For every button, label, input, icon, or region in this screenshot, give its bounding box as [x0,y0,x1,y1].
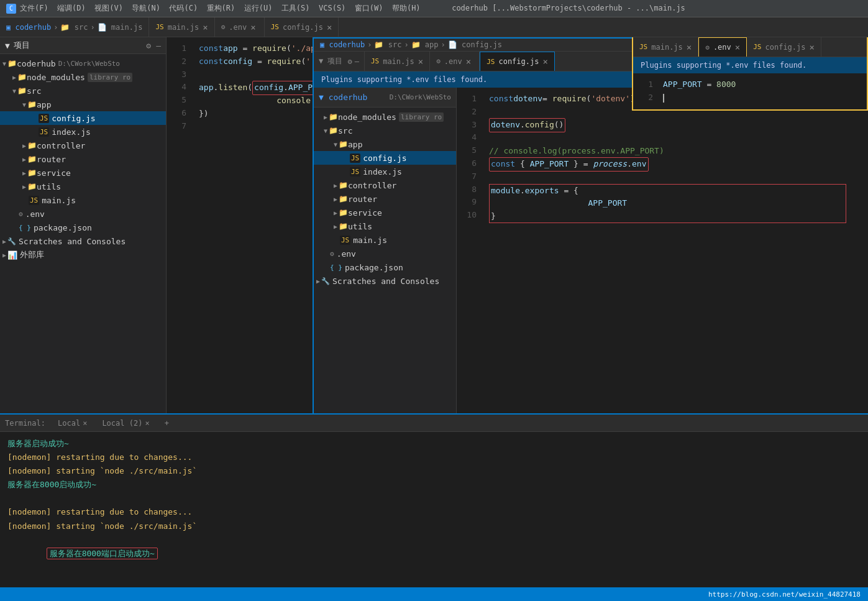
terminal-tab-local-close[interactable]: × [83,419,87,428]
tree-node-modules[interactable]: ▶ 📁 node_modules library ro [0,70,166,84]
main-tab-bar: ▣ coderhub › 📁 src › 📄 main.js JS main.j… [0,17,868,37]
overlay-tree-src[interactable]: ▼ 📁 src [314,124,456,137]
config-line-3: dotenv.config() [489,119,859,132]
bc-configjs: 📄 config.js [448,40,502,49]
folder-utils-icon: 📁 [27,182,37,191]
env-tab-bar: JS main.js × ⚙ .env × JS config.js × [633,37,867,57]
tab-env[interactable]: ⚙ .env × [215,17,265,37]
config-code-section: 12345678910 const dotenv = require('dote… [457,88,866,413]
env-panel-notification: Plugins supporting *.env files found. [633,57,867,73]
tree-root-coderhub[interactable]: ▼ 📁 coderhub D:\CWork\WebSto [0,57,166,70]
app-icon: C [6,4,16,14]
terminal-tab-local[interactable]: Local × [53,415,92,432]
tab-configjs-close[interactable]: × [327,23,332,32]
arrow-node-modules: ▶ [12,74,16,81]
overlay-tree-configjs[interactable]: JS config.js [314,151,456,165]
folder-nodemodules-label: node_modules [27,73,85,82]
status-bar: https://blog.csdn.net/weixin_44827418 [0,587,868,601]
overlay-tab-env-close[interactable]: × [466,57,471,66]
minimize-icon[interactable]: – [156,41,161,50]
terminal-tab-local2-close[interactable]: × [145,419,149,428]
tree-scratches[interactable]: ▶ 🔧 Scratches and Consoles [0,234,166,248]
main-layout: ▣ coderhub › 📁 src › 📄 main.js JS main.j… [0,17,868,601]
overlay-tree-app[interactable]: ▼ 📁 app [314,137,456,151]
overlay-tree-controller[interactable]: ▶ 📁 controller [314,178,456,192]
tree-indexjs[interactable]: JS index.js [0,125,166,139]
overlay-tab-env[interactable]: ⚙ .env × [430,52,480,71]
tree-external-lib[interactable]: ▶ 📊 外部库 [0,248,166,262]
tree-env[interactable]: ⚙ .env [0,207,166,221]
config-line-7 [489,171,859,184]
overlay-tab-configjs-close[interactable]: × [542,57,547,66]
overlay-tab-mainjs[interactable]: JS main.js × [365,52,430,71]
terminal-content: 服务器启动成功~ [nodemon] restarting due to cha… [0,432,868,587]
overlay-tree-env[interactable]: ⚙ .env [314,247,456,260]
term-line-6: [nodemon] restarting due to changes... [7,505,861,519]
folder-nodemodules-icon: 📁 [17,73,27,81]
tab-mainjs-icon: JS [155,23,163,31]
overlay-tab-mainjs-close[interactable]: × [418,57,423,66]
overlay-settings-icon[interactable]: ⚙ [347,57,352,66]
terminal-tab-add[interactable]: + [160,415,174,432]
tree-app[interactable]: ▼ 📁 app [0,98,166,111]
env-panel-tab-mainjs[interactable]: JS main.js × [633,37,698,57]
overlay-minimize-icon[interactable]: – [355,57,359,66]
tree-src[interactable]: ▼ 📁 src [0,84,166,98]
term-line-3: [nodemon] starting `node ./src/main.js` [7,464,861,478]
config-editor-content: 12345678910 const dotenv = require('dote… [457,88,866,413]
title-bar: C 文件(F) 端调(D) 视图(V) 导航(N) 代码(C) 重构(R) 运行… [0,0,868,17]
sidebar-header-icons[interactable]: ⚙ – [146,41,161,50]
term-line-5 [7,492,861,505]
term-line-1: 服务器启动成功~ [7,437,861,451]
overlay-tab-env-label: .env [444,57,462,66]
overlay-tree-packagejson[interactable]: { } package.json [314,260,456,274]
line-numbers: 1234567 [167,37,191,413]
tab-mainjs-label: main.js [168,23,199,32]
tree-utils[interactable]: ▶ 📁 utils [0,180,166,193]
sidebar-project-text: 项目 [14,40,30,51]
tab-env-label: .env [229,23,247,32]
overlay-tree-mainjs[interactable]: JS main.js [314,233,456,247]
tab-configjs-label: config.js [283,23,323,32]
config-line-6: const { APP_PORT } = process.env [489,158,859,171]
tree-packagejson[interactable]: { } package.json [0,221,166,234]
overlay-tree-router[interactable]: ▶ 📁 router [314,192,456,206]
overlay-tree-scratches[interactable]: ▶ 🔧 Scratches and Consoles [314,274,456,288]
overlay-tree-service[interactable]: ▶ 📁 service [314,206,456,219]
tree-router[interactable]: ▶ 📁 router [0,152,166,166]
env-editor-content: 1 APP_PORT = 8000 2 [633,73,867,109]
tab-mainjs-close[interactable]: × [203,23,208,32]
env-panel-tab-configjs[interactable]: JS config.js × [747,37,821,57]
terminal-tab-local2-label: Local (2) [102,419,142,428]
breadcrumb-coderhub: ▣ coderhub [6,23,51,32]
folder-router-icon: 📁 [27,155,37,163]
settings-icon[interactable]: ⚙ [146,41,151,50]
overlay-tree-node-modules[interactable]: ▶ 📁 node_modules library ro [314,110,456,124]
tab-mainjs[interactable]: JS main.js × [149,17,214,37]
bc-coderhub: ▣ coderhub [320,40,365,49]
overlay-tree-utils[interactable]: ▶ 📁 utils [314,219,456,233]
tree-configjs[interactable]: JS config.js [0,111,166,125]
arrow-router: ▶ [22,156,26,163]
term-highlight-line: 服务器在8000端口启动成功~ [47,548,158,559]
folder-router-label: router [37,155,66,164]
file-configjs-label: config.js [52,114,95,123]
bc-app: 📁 app [411,40,439,49]
sidebar-header: ▼ 项目 ⚙ – [0,37,166,54]
folder-src-label: src [27,86,41,96]
config-code-area[interactable]: const dotenv = require('dotenv') dotenv.… [482,88,866,413]
tree-controller[interactable]: ▶ 📁 controller [0,139,166,152]
terminal-tab-local2[interactable]: Local (2) × [97,415,154,432]
overlay-tab-mainjs-icon: JS [371,57,379,65]
tab-configjs[interactable]: JS config.js × [265,17,339,37]
tab-env-close[interactable]: × [250,23,255,32]
term-line-8: 服务器在8000端口启动成功~ [7,533,861,574]
folder-controller-label: controller [37,141,85,150]
overlay-tab-configjs[interactable]: JS config.js × [480,52,555,71]
overlay-tree-indexjs[interactable]: JS index.js [314,165,456,178]
tree-service[interactable]: ▶ 📁 service [0,166,166,180]
env-panel-tab-env[interactable]: ⚙ .env × [698,37,747,57]
tree-mainjs[interactable]: JS main.js [0,193,166,207]
file-env-icon: ⚙ [19,210,23,218]
env-content-1: APP_PORT = 8000 [663,78,736,91]
